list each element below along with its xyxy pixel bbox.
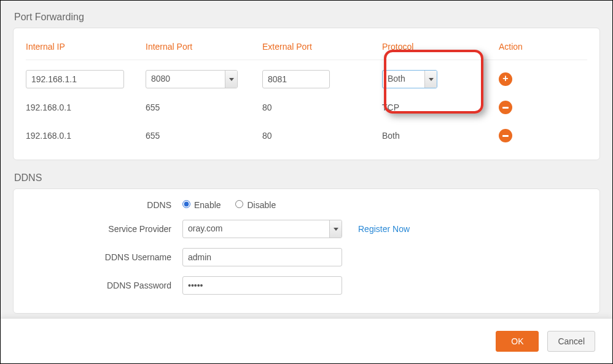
pf-data-row: 192.168.0.1 655 80 TCP <box>26 97 587 118</box>
pf-input-row: 8080 Both <box>26 69 587 90</box>
register-now-link[interactable]: Register Now <box>358 224 410 234</box>
radio-disable-text: Disable <box>247 200 276 210</box>
service-provider-value: oray.com <box>183 220 329 238</box>
cell-internal-ip: 192.168.0.1 <box>26 131 146 141</box>
col-header-action: Action <box>499 42 560 52</box>
cell-internal-port: 655 <box>146 103 262 112</box>
col-header-internal-ip: Internal IP <box>26 42 146 52</box>
remove-rule-button[interactable] <box>499 101 512 114</box>
dialog-footer: OK Cancel <box>1 318 612 363</box>
port-forwarding-panel: Internal IP Internal Port External Port … <box>13 28 600 160</box>
ok-button[interactable]: OK <box>496 331 539 352</box>
label-provider: Service Provider <box>26 224 182 234</box>
ddns-password-input[interactable] <box>182 276 342 295</box>
section-title-ddns: DDNS <box>13 172 600 184</box>
internal-port-value: 8080 <box>146 71 225 88</box>
chevron-down-icon[interactable] <box>424 71 437 88</box>
radio-disable[interactable] <box>235 200 243 208</box>
internal-ip-input[interactable] <box>26 70 124 88</box>
external-port-input[interactable] <box>262 70 330 88</box>
cell-protocol: Both <box>382 131 499 141</box>
ddns-enable-row: DDNS Enable Disable <box>26 200 587 210</box>
chevron-down-icon[interactable] <box>329 220 342 238</box>
section-title-port-forwarding: Port Forwarding <box>13 12 600 23</box>
protocol-value: Both <box>383 71 424 88</box>
radio-enable-text: Enable <box>194 200 221 210</box>
col-header-external-port: External Port <box>262 42 382 52</box>
cell-protocol: TCP <box>382 103 499 112</box>
pf-data-row: 192.168.0.1 655 80 Both <box>26 125 587 146</box>
internal-port-dropdown[interactable]: 8080 <box>146 70 238 88</box>
radio-enable-label[interactable]: Enable <box>182 200 223 210</box>
chevron-down-icon[interactable] <box>225 71 237 88</box>
protocol-dropdown[interactable]: Both <box>382 70 437 88</box>
cancel-button[interactable]: Cancel <box>547 331 595 352</box>
col-header-internal-port: Internal Port <box>146 42 262 52</box>
ddns-username-input[interactable] <box>182 248 342 266</box>
radio-disable-label[interactable]: Disable <box>235 200 276 210</box>
cell-internal-ip: 192.168.0.1 <box>26 103 146 112</box>
cell-external-port: 80 <box>262 103 382 112</box>
label-username: DDNS Username <box>26 252 182 262</box>
ddns-username-row: DDNS Username <box>26 248 587 266</box>
remove-rule-button[interactable] <box>499 129 512 142</box>
label-ddns: DDNS <box>26 200 182 210</box>
col-header-protocol: Protocol <box>382 42 499 52</box>
ddns-panel: DDNS Enable Disable Service Provider ora… <box>13 188 600 314</box>
ddns-password-row: DDNS Password <box>26 276 587 295</box>
pf-header-row: Internal IP Internal Port External Port … <box>26 39 587 60</box>
cell-internal-port: 655 <box>146 131 262 141</box>
label-password: DDNS Password <box>26 281 182 290</box>
add-rule-button[interactable] <box>499 72 512 86</box>
radio-enable[interactable] <box>182 200 190 208</box>
ddns-provider-row: Service Provider oray.com Register Now <box>26 220 587 238</box>
service-provider-dropdown[interactable]: oray.com <box>182 220 342 238</box>
cell-external-port: 80 <box>262 131 382 141</box>
